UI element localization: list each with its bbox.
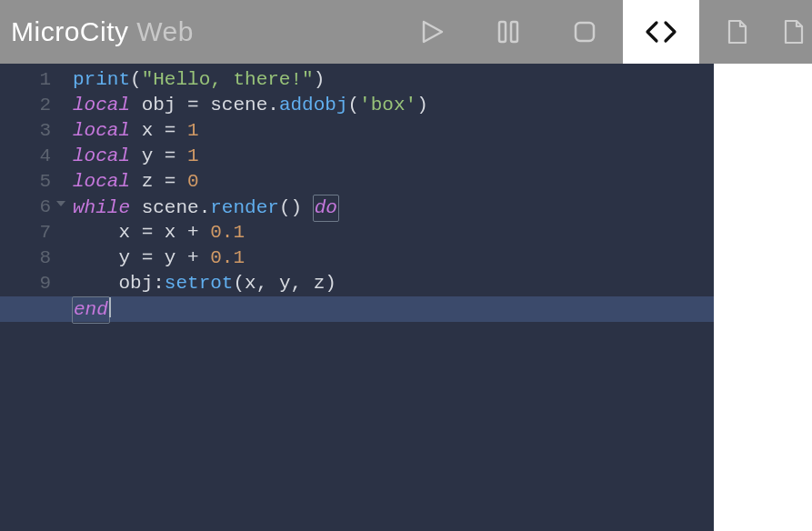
pause-button[interactable]	[470, 0, 546, 64]
play-icon	[418, 18, 446, 45]
code-line[interactable]: local obj = scene.addobj('box')	[73, 93, 714, 118]
code-line[interactable]: y = y + 0.1	[73, 245, 714, 271]
bracket-highlight: do	[313, 195, 339, 222]
line-number: 5	[0, 169, 56, 195]
svg-marker-0	[424, 22, 442, 42]
file-icon	[726, 18, 749, 45]
code-line[interactable]: local y = 1	[73, 144, 714, 169]
stop-button[interactable]	[546, 0, 623, 64]
pause-icon	[496, 18, 521, 45]
text-cursor	[109, 297, 111, 317]
code-line[interactable]: end	[0, 296, 714, 322]
svg-rect-2	[511, 22, 517, 42]
line-number: 9	[0, 271, 56, 296]
code-editor[interactable]: 12345678910 print("Hello, there!")local …	[0, 64, 714, 531]
line-number: 7	[0, 220, 56, 245]
svg-rect-3	[576, 23, 594, 41]
line-number: 6	[0, 195, 56, 220]
new-file-button[interactable]	[776, 0, 812, 64]
fold-marker[interactable]	[56, 201, 65, 206]
code-line[interactable]: x = x + 0.1	[73, 220, 714, 245]
app-title: MicroCity Web	[11, 16, 194, 47]
preview-panel	[714, 64, 812, 531]
title-main: MicroCity	[11, 16, 129, 46]
bracket-highlight: end	[72, 296, 110, 324]
toolbar-icons	[394, 0, 812, 64]
code-line[interactable]: while scene.render() do	[73, 195, 714, 220]
new-file-icon	[782, 18, 806, 45]
svg-rect-1	[499, 22, 506, 42]
line-number: 4	[0, 144, 56, 169]
play-button[interactable]	[394, 0, 470, 64]
toolbar: MicroCity Web	[0, 0, 812, 64]
line-number: 2	[0, 93, 56, 118]
line-number-gutter: 12345678910	[0, 67, 56, 322]
line-number: 3	[0, 118, 56, 144]
file-tab[interactable]	[699, 0, 776, 64]
stop-icon	[572, 19, 597, 45]
line-number: 1	[0, 67, 56, 93]
code-line[interactable]: print("Hello, there!")	[73, 67, 714, 93]
workspace: 12345678910 print("Hello, there!")local …	[0, 64, 812, 531]
code-line[interactable]: obj:setrot(x, y, z)	[73, 271, 714, 296]
code-area[interactable]: print("Hello, there!")local obj = scene.…	[73, 67, 714, 322]
code-line[interactable]: local x = 1	[73, 118, 714, 144]
line-number: 8	[0, 245, 56, 271]
code-line[interactable]: local z = 0	[73, 169, 714, 195]
code-tab[interactable]	[623, 0, 699, 64]
code-icon	[645, 18, 677, 45]
title-sub: Web	[136, 16, 194, 46]
